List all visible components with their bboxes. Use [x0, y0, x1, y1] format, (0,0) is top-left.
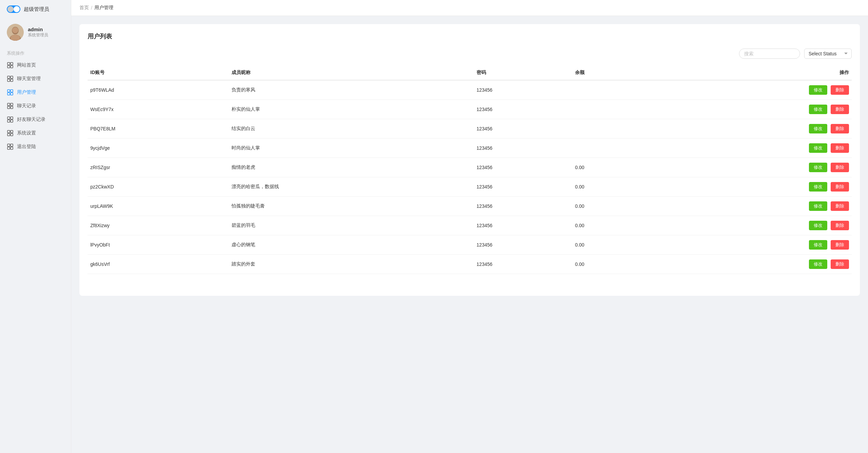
chat-log-icon	[7, 103, 14, 109]
cell-id: lPvyObFt	[88, 235, 229, 255]
sidebar-item-chat-manage[interactable]: 聊天室管理	[0, 72, 71, 86]
sidebar-item-home-label: 网站首页	[17, 62, 36, 68]
svg-rect-25	[7, 130, 10, 133]
edit-button[interactable]: 修改	[809, 143, 827, 153]
cell-nickname: 踏实的外套	[229, 255, 474, 274]
table-row: PBQ7E8LM 结实的白云 123456 修改 删除	[88, 119, 852, 139]
table-toolbar: Select Status 启用 禁用	[88, 49, 852, 59]
delete-button[interactable]: 删除	[831, 201, 849, 211]
edit-button[interactable]: 修改	[809, 182, 827, 192]
cell-actions: 修改 删除	[642, 80, 852, 100]
cell-id: zRISZgsr	[88, 158, 229, 177]
table-row: zRISZgsr 痴情的老虎 123456 0.00 修改 删除	[88, 158, 852, 177]
table-row: gk6UsVrf 踏实的外套 123456 0.00 修改 删除	[88, 255, 852, 274]
search-input[interactable]	[739, 49, 800, 59]
delete-button[interactable]: 删除	[831, 163, 849, 172]
breadcrumb-current: 用户管理	[94, 5, 113, 11]
svg-rect-21	[7, 117, 10, 119]
svg-rect-16	[11, 93, 13, 95]
svg-rect-24	[11, 120, 13, 122]
svg-rect-15	[7, 93, 10, 95]
svg-rect-19	[7, 106, 10, 109]
svg-rect-29	[7, 144, 10, 146]
edit-button[interactable]: 修改	[809, 163, 827, 172]
col-header-nickname: 成员昵称	[229, 66, 474, 80]
delete-button[interactable]: 删除	[831, 124, 849, 133]
delete-button[interactable]: 删除	[831, 105, 849, 114]
delete-button[interactable]: 删除	[831, 240, 849, 250]
svg-rect-6	[11, 62, 13, 65]
svg-rect-14	[11, 90, 13, 92]
edit-button[interactable]: 修改	[809, 240, 827, 250]
cell-actions: 修改 删除	[642, 139, 852, 158]
col-header-id: ID账号	[88, 66, 229, 80]
sidebar-item-settings-label: 系统设置	[17, 130, 36, 136]
table-row: p9T6WLAd 负责的寒风 123456 修改 删除	[88, 80, 852, 100]
sidebar-item-chat-log-label: 聊天记录	[17, 103, 36, 109]
cell-balance: 0.00	[572, 235, 642, 255]
cell-actions: 修改 删除	[642, 100, 852, 119]
delete-button[interactable]: 删除	[831, 182, 849, 192]
delete-button[interactable]: 删除	[831, 143, 849, 153]
edit-button[interactable]: 修改	[809, 259, 827, 269]
delete-button[interactable]: 删除	[831, 259, 849, 269]
page-title: 用户列表	[88, 32, 852, 40]
cell-password: 123456	[474, 119, 572, 139]
sidebar-item-settings[interactable]: 系统设置	[0, 126, 71, 140]
delete-button[interactable]: 删除	[831, 221, 849, 230]
edit-button[interactable]: 修改	[809, 124, 827, 133]
cell-nickname: 虚心的钢笔	[229, 235, 474, 255]
topbar: 首页 / 用户管理	[71, 0, 868, 16]
svg-rect-20	[11, 106, 13, 109]
table-row: urpLAW9K 怕孤独的睫毛膏 123456 0.00 修改 删除	[88, 197, 852, 216]
sidebar-item-logout[interactable]: 退出登陆	[0, 140, 71, 153]
cell-nickname: 朴实的仙人掌	[229, 100, 474, 119]
settings-icon	[7, 130, 14, 137]
theme-toggle[interactable]	[7, 5, 20, 13]
edit-button[interactable]: 修改	[809, 105, 827, 114]
breadcrumb-home[interactable]: 首页	[79, 5, 89, 11]
svg-rect-7	[7, 66, 10, 68]
svg-rect-13	[7, 90, 10, 92]
edit-button[interactable]: 修改	[809, 85, 827, 95]
cell-password: 123456	[474, 158, 572, 177]
sidebar-item-user-manage[interactable]: 用户管理	[0, 86, 71, 99]
cell-balance: 0.00	[572, 158, 642, 177]
cell-nickname: 痴情的老虎	[229, 158, 474, 177]
table-row: 9ycjdVge 时尚的仙人掌 123456 修改 删除	[88, 139, 852, 158]
cell-balance	[572, 100, 642, 119]
cell-nickname: 结实的白云	[229, 119, 474, 139]
col-header-actions: 操作	[642, 66, 852, 80]
cell-password: 123456	[474, 255, 572, 274]
username: admin	[28, 26, 48, 32]
cell-password: 123456	[474, 100, 572, 119]
cell-id: 9ycjdVge	[88, 139, 229, 158]
cell-nickname: 漂亮的哈密瓜，数据线	[229, 177, 474, 197]
cell-password: 123456	[474, 216, 572, 235]
sidebar-item-home[interactable]: 网站首页	[0, 58, 71, 72]
svg-rect-30	[11, 144, 13, 146]
page-card: 用户列表 Select Status 启用 禁用 ID账号 成员昵称 密码	[79, 24, 860, 296]
svg-rect-28	[11, 133, 13, 136]
sidebar-nav: 网站首页 聊天室管理 用户管理	[0, 58, 71, 153]
user-info: admin 系统管理员	[28, 26, 48, 38]
chat-manage-icon	[7, 75, 14, 82]
status-select[interactable]: Select Status 启用 禁用	[804, 49, 852, 59]
sidebar-title: 超级管理员	[24, 6, 49, 13]
col-header-balance: 余额	[572, 66, 642, 80]
svg-rect-12	[11, 79, 13, 81]
edit-button[interactable]: 修改	[809, 221, 827, 230]
cell-id: pz2CkwXD	[88, 177, 229, 197]
delete-button[interactable]: 删除	[831, 85, 849, 95]
sidebar-item-friend-log[interactable]: 好友聊天记录	[0, 113, 71, 126]
cell-nickname: 时尚的仙人掌	[229, 139, 474, 158]
cell-id: PBQ7E8LM	[88, 119, 229, 139]
svg-rect-27	[7, 133, 10, 136]
friend-log-icon	[7, 116, 14, 123]
table-body: p9T6WLAd 负责的寒风 123456 修改 删除 WsEc9Y7x 朴实的…	[88, 80, 852, 274]
cell-password: 123456	[474, 139, 572, 158]
sidebar-item-chat-log[interactable]: 聊天记录	[0, 99, 71, 113]
edit-button[interactable]: 修改	[809, 201, 827, 211]
cell-actions: 修改 删除	[642, 197, 852, 216]
svg-rect-22	[11, 117, 13, 119]
